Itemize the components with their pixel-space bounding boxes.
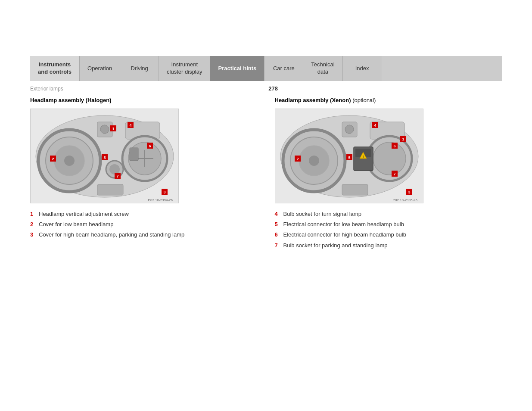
svg-rect-47	[342, 184, 368, 195]
svg-text:4: 4	[129, 123, 131, 128]
svg-text:7: 7	[393, 172, 395, 176]
svg-text:5: 5	[103, 156, 106, 160]
svg-rect-16	[130, 148, 138, 161]
halogen-diagram: 1 2 3 5 6 7	[30, 109, 179, 203]
halogen-part-3: 3 Cover for high beam headlamp, parking …	[30, 231, 258, 239]
svg-text:!: !	[362, 155, 364, 159]
xenon-title: Headlamp assembly (Xenon) (optional)	[275, 97, 502, 103]
xenon-section: Headlamp assembly (Xenon) (optional)	[275, 97, 502, 252]
halogen-part-1: 1 Headlamp vertical adjustment screw	[30, 210, 258, 218]
svg-text:4: 4	[374, 123, 376, 128]
halogen-title: Headlamp assembly (Halogen)	[30, 97, 258, 103]
svg-text:6: 6	[149, 144, 151, 148]
svg-text:3: 3	[408, 190, 410, 194]
svg-text:P82.10-2394-26: P82.10-2394-26	[148, 198, 173, 202]
svg-text:1: 1	[112, 127, 114, 131]
xenon-part-5: 5 Electrical connector for low beam head…	[275, 221, 502, 228]
halogen-part-2: 2 Cover for low beam headlamp	[30, 221, 258, 228]
nav-item-instrument-cluster[interactable]: Instrumentcluster display	[159, 56, 210, 81]
nav-item-car-care[interactable]: Car care	[264, 56, 303, 81]
nav-item-index[interactable]: Index	[343, 56, 382, 81]
svg-text:2: 2	[296, 157, 299, 161]
svg-text:7: 7	[116, 174, 118, 178]
svg-text:5: 5	[348, 156, 350, 160]
svg-rect-15	[97, 184, 123, 195]
svg-text:2: 2	[52, 157, 54, 161]
navigation-bar: Instruments and controls Operation Drivi…	[30, 56, 502, 81]
svg-point-40	[373, 142, 406, 175]
content-area: Headlamp assembly (Halogen)	[30, 97, 502, 252]
svg-text:3: 3	[163, 190, 165, 194]
svg-text:P82.10-2395-26: P82.10-2395-26	[392, 198, 417, 202]
section-label: Exterior lamps	[30, 86, 63, 92]
nav-item-practical-hints[interactable]: Practical hints	[210, 56, 264, 81]
svg-point-5	[64, 156, 75, 166]
xenon-part-6: 6 Electrical connector for high beam hea…	[275, 231, 502, 239]
halogen-section: Headlamp assembly (Halogen)	[30, 97, 258, 252]
svg-text:1: 1	[402, 137, 404, 141]
svg-text:6: 6	[393, 144, 395, 148]
svg-point-37	[309, 156, 319, 166]
nav-item-driving[interactable]: Driving	[120, 56, 159, 81]
xenon-part-7: 7 Bulb socket for parking and standing l…	[275, 242, 502, 249]
xenon-diagram: ! 4 1 2	[275, 109, 423, 203]
xenon-part-4: 4 Bulb socket for turn signal lamp	[275, 210, 502, 218]
nav-item-instruments[interactable]: Instruments and controls	[30, 56, 80, 81]
page-number: 278	[268, 85, 278, 92]
xenon-parts-list: 4 Bulb socket for turn signal lamp 5 Ele…	[275, 210, 502, 249]
page-header: Exterior lamps 278	[30, 85, 502, 92]
nav-item-technical-data[interactable]: Technicaldata	[303, 56, 342, 81]
svg-point-46	[345, 125, 354, 134]
nav-item-operation[interactable]: Operation	[80, 56, 120, 81]
svg-point-14	[100, 125, 109, 134]
halogen-parts-list: 1 Headlamp vertical adjustment screw 2 C…	[30, 210, 258, 239]
